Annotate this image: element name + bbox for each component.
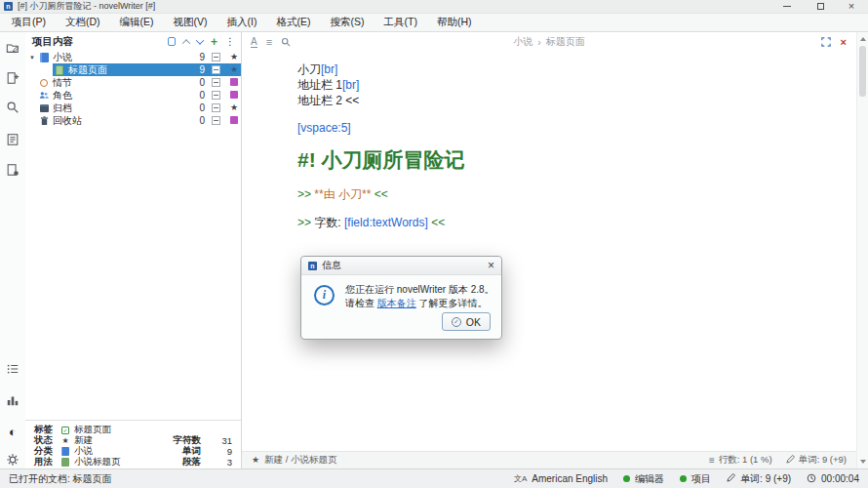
archive-box-icon	[39, 104, 49, 112]
tree-item-count: 0	[191, 90, 205, 101]
move-up-icon[interactable]	[182, 39, 190, 47]
check-circle-icon: ✓	[452, 317, 461, 327]
stat-value: 31	[217, 435, 232, 446]
file-icon	[55, 65, 64, 75]
editor-text-area[interactable]: 小刀[br] 地址栏 1[br] 地址栏 2 << [vspace:5] #! …	[242, 52, 856, 451]
editor-line: 小刀[br]	[297, 61, 856, 77]
expand-arrow-icon[interactable]: ▼	[29, 55, 39, 61]
language-icon: 文A	[514, 473, 527, 484]
dialog-message: 您正在运行 novelWriter 版本 2.8。 请检查 版本备注 了解更多详…	[345, 283, 494, 309]
tree-item-archive[interactable]: 归档 0 ★	[25, 102, 241, 114]
details-list-icon[interactable]	[5, 361, 20, 377]
stat-value: 9	[217, 446, 232, 457]
ok-button[interactable]: ✓ OK	[442, 312, 491, 331]
close-document-icon[interactable]: ×	[841, 37, 847, 48]
menu-tools[interactable]: 工具(T)	[375, 16, 427, 29]
scroll-up-icon[interactable]	[860, 37, 866, 41]
menu-insert[interactable]: 插入(I)	[217, 16, 267, 29]
format-settings-icon[interactable]: A	[251, 37, 257, 48]
tree-item-label: 回收站	[53, 114, 191, 128]
tag-check-icon: ✓	[60, 427, 70, 434]
active-checkbox-icon	[212, 53, 220, 61]
close-button[interactable]: ×	[841, 0, 862, 13]
theme-toggle-icon[interactable]: ◐	[5, 424, 20, 439]
tree-item-label: 归档	[53, 102, 191, 115]
line-count: 行数: 1 (1 %)	[719, 454, 772, 467]
editor-ready-label: 编辑器	[635, 472, 664, 486]
status-flag-icon	[227, 116, 241, 126]
minimize-button[interactable]	[776, 0, 798, 13]
stat-value: 3	[217, 457, 232, 468]
release-notes-link[interactable]: 版本备注	[377, 298, 416, 308]
pen-icon	[786, 455, 795, 466]
menu-project[interactable]: 项目(P)	[2, 16, 56, 29]
move-down-icon[interactable]	[196, 36, 204, 44]
tree-item-count: 9	[191, 64, 205, 75]
editor-search-icon[interactable]	[281, 33, 291, 51]
document-stats: 字符数 31 单词 9 段落 3	[156, 435, 232, 468]
session-time: 00:00:04	[807, 473, 859, 485]
document-editor: A ≡ 小说 › 标题页面 × 小刀[br] 地址栏 1[br] 地址栏 2 <…	[242, 32, 868, 468]
minimize-icon	[783, 6, 791, 7]
project-tree-icon[interactable]	[5, 40, 20, 56]
scroll-down-icon[interactable]	[860, 460, 866, 464]
menu-view[interactable]: 视图(V)	[164, 16, 217, 29]
menu-help[interactable]: 帮助(H)	[427, 16, 482, 29]
editor-scrollbar[interactable]	[856, 32, 868, 468]
tree-item-characters[interactable]: 角色 0	[25, 89, 241, 102]
more-options-icon[interactable]: ⋮	[225, 37, 235, 47]
page-icon	[60, 458, 70, 467]
build-manuscript-icon[interactable]	[5, 162, 20, 178]
editor-footer: ★ 新建 / 小说标题页 ≡ 行数: 1 (1 %) 单词: 9 (+9)	[242, 451, 856, 468]
tree-item-novel[interactable]: ▼ 小说 9 ★	[25, 51, 241, 63]
close-icon: ×	[848, 1, 854, 12]
detail-key: 用法	[34, 456, 60, 468]
editor-line: [vspace:5]	[297, 120, 856, 136]
active-checkbox-icon	[212, 103, 220, 112]
clock-icon	[807, 473, 816, 485]
dialog-titlebar: n 信息 ×	[301, 257, 501, 275]
project-panel: 项目内容 + ⋮ ▼ 小说 9 ★ 标题页面 9 ★ 情节	[25, 32, 242, 468]
add-document-icon[interactable]	[5, 70, 20, 86]
project-tree: ▼ 小说 9 ★ 标题页面 9 ★ 情节 0	[25, 51, 241, 127]
lines-icon: ≡	[709, 456, 715, 466]
session-words-label: 单词: 9 (+9)	[740, 472, 791, 486]
search-icon[interactable]	[5, 100, 20, 115]
menu-edit[interactable]: 编辑(E)	[110, 16, 164, 29]
info-dialog: n 信息 × i 您正在运行 novelWriter 版本 2.8。 请检查 版…	[300, 256, 502, 340]
menu-search[interactable]: 搜索(S)	[321, 16, 375, 29]
tree-item-trash[interactable]: 回收站 0	[25, 114, 241, 127]
scrollbar-thumb[interactable]	[859, 46, 866, 97]
tree-item-count: 0	[191, 115, 205, 126]
status-star-icon: ★	[60, 437, 70, 445]
tree-item-plot[interactable]: 情节 0	[25, 76, 241, 89]
word-count: 单词: 9 (+9)	[799, 454, 847, 467]
add-item-icon[interactable]: +	[211, 37, 217, 47]
tree-item-label: 角色	[53, 89, 191, 102]
menubar: 项目(P) 文档(D) 编辑(E) 视图(V) 插入(I) 格式(E) 搜索(S…	[0, 14, 868, 32]
green-dot-icon	[623, 475, 630, 482]
writing-stats-icon[interactable]	[5, 392, 20, 408]
ok-button-label: OK	[466, 316, 481, 328]
maximize-button[interactable]	[809, 0, 831, 13]
tree-item-label: 情节	[53, 76, 191, 90]
outline-list-icon[interactable]: ≡	[266, 37, 272, 48]
menu-format[interactable]: 格式(E)	[267, 16, 321, 29]
status-flag-icon	[227, 91, 241, 101]
tree-item-title-page[interactable]: 标题页面 9 ★	[25, 63, 241, 76]
menu-document[interactable]: 文档(D)	[56, 16, 110, 29]
tree-item-count: 0	[191, 102, 205, 113]
fullscreen-expand-icon[interactable]	[821, 33, 831, 51]
project-ready-indicator: 项目	[680, 472, 711, 486]
session-words: 单词: 9 (+9)	[727, 472, 791, 486]
editor-line: >> 字数: [field:textWords] <<	[297, 215, 856, 230]
outline-view-icon[interactable]	[5, 132, 20, 147]
dialog-close-icon[interactable]: ×	[488, 260, 494, 271]
settings-gear-icon[interactable]	[5, 452, 20, 468]
tree-item-label: 小说	[53, 51, 191, 64]
status-star-icon: ★	[227, 103, 241, 112]
dialog-message-line1: 您正在运行 novelWriter 版本 2.8。	[345, 283, 494, 297]
editor-footer-status[interactable]: 新建 / 小说标题页	[264, 454, 336, 467]
window-title: [#] 小刀厕所冒险记 - novelWriter [#]	[18, 0, 155, 13]
quick-links-icon[interactable]	[168, 37, 176, 46]
